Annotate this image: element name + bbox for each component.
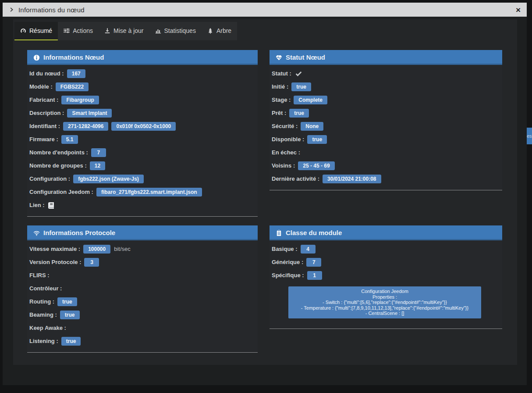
- value-badge: fibaro_271/fgbs222.smart.implant.json: [96, 188, 202, 196]
- field-row: En échec :: [272, 146, 498, 159]
- value-badge: 271-1282-4096: [63, 122, 108, 131]
- config-line: Properties :: [289, 294, 480, 300]
- value-badge: 25 - 45 - 69: [298, 161, 334, 170]
- field-row: Version Protocole :3: [29, 256, 253, 269]
- field-row: Générique :7: [272, 256, 498, 269]
- value-badge: 0x010f 0x0502-0x1000: [111, 122, 176, 131]
- value-badge: Smart Implant: [67, 109, 112, 118]
- unit-label: bit/sec: [114, 243, 131, 256]
- field-row: Initié :true: [272, 80, 498, 93]
- panel-node-status: Statut Nœud Statut :Initié :trueStage :C…: [270, 50, 502, 190]
- field-label: Configuration Jeedom :: [29, 186, 93, 199]
- value-badge: 100000: [83, 245, 110, 254]
- value-badge: 12: [90, 161, 105, 170]
- field-row: Spécifique :1: [272, 269, 498, 282]
- config-line: - Switch : {"multi":[5,6],"replace":{"#e…: [289, 300, 480, 305]
- field-label: Listening :: [29, 335, 58, 348]
- download-icon: [104, 28, 113, 34]
- field-label: Nombre de groupes :: [29, 159, 87, 172]
- tab-mise-a-jour[interactable]: Mise à jour: [99, 22, 149, 40]
- field-label: Routing :: [29, 295, 54, 308]
- field-row: Lien :: [29, 199, 253, 212]
- node-info-modal: Informations du nœud × RésuméActionsMise…: [3, 3, 527, 385]
- field-row: Nombre d'endpoints :7: [29, 146, 253, 159]
- field-label: Lien :: [29, 199, 45, 212]
- field-label: Fabricant :: [29, 93, 58, 107]
- field-row: Voisins :25 - 45 - 69: [272, 159, 498, 172]
- field-row: Description :Smart Implant: [29, 107, 253, 120]
- config-line: - CentralScene : []: [289, 311, 480, 316]
- field-row: Keep Awake :: [29, 322, 253, 335]
- field-row: Contrôleur :: [29, 282, 253, 295]
- field-row: Beaming :true: [29, 308, 253, 322]
- field-label: Configuration :: [29, 172, 70, 186]
- value-badge: true: [61, 337, 81, 346]
- field-row: Nombre de groupes :12: [29, 159, 253, 172]
- value-badge: 5.1: [61, 135, 78, 144]
- tab-label: Résumé: [29, 27, 52, 34]
- panel-title: Statut Nœud: [286, 50, 325, 65]
- field-label: Contrôleur :: [29, 282, 62, 295]
- panel-node-info-body: Id du nœud :167Modèle :FGBS222Fabricant …: [27, 65, 258, 217]
- panel-protocol-header: Informations Protocole: [27, 225, 258, 240]
- tab-label: Actions: [73, 27, 93, 34]
- config-line: - Temperature : {"multi":[7,8,9,10,11,12…: [289, 305, 480, 311]
- value-badge: fgbs222.json (Zwave-Js): [73, 175, 144, 183]
- field-label: Id du nœud :: [29, 67, 64, 80]
- field-label: Nombre d'endpoints :: [29, 146, 88, 159]
- jeedom-config-box: Configuration JeedomProperties :- Switch…: [288, 286, 481, 318]
- modal-content: RésuméActionsMise à jourStatistiquesArbr…: [13, 19, 517, 365]
- field-label: En échec :: [272, 146, 300, 159]
- sliders-icon: [64, 28, 73, 34]
- config-line: Configuration Jeedom: [289, 289, 480, 294]
- tree-icon: [207, 28, 216, 34]
- tab-resume[interactable]: Résumé: [14, 22, 58, 40]
- field-row: Listening :true: [29, 335, 253, 348]
- field-label: Initié :: [272, 80, 288, 93]
- field-label: FLIRS :: [29, 269, 50, 282]
- field-row: Statut :: [272, 67, 498, 80]
- value-badge: 30/01/2024 21:00:08: [323, 175, 381, 183]
- field-label: Dernière activité :: [272, 172, 319, 186]
- field-row: Configuration Jeedom :fibaro_271/fgbs222…: [29, 186, 253, 199]
- tab-bar: RésuméActionsMise à jourStatistiquesArbr…: [14, 22, 237, 40]
- value-badge: true: [291, 82, 311, 91]
- panel-protocol-body: Vitesse maximale :100000bit/secVersion P…: [27, 240, 258, 353]
- field-label: Stage :: [272, 93, 291, 107]
- value-badge: FGBS222: [56, 82, 89, 91]
- field-label: Version Protocole :: [29, 256, 81, 269]
- field-row: Firmware :5.1: [29, 133, 253, 146]
- value-badge: true: [289, 109, 309, 118]
- field-row: Sécurité :None: [272, 120, 498, 133]
- panel-title: Classe du module: [286, 225, 342, 240]
- check-icon: [295, 70, 302, 78]
- field-row: Disponible :true: [272, 133, 498, 146]
- field-label: Modèle :: [29, 80, 53, 93]
- value-badge: 167: [67, 69, 85, 78]
- field-row: FLIRS :: [29, 269, 253, 282]
- field-label: Disponible :: [272, 133, 304, 146]
- value-badge: 1: [307, 271, 322, 280]
- field-row: Routing :true: [29, 295, 253, 308]
- field-label: Basique :: [272, 243, 298, 256]
- info-circle-icon: [33, 54, 40, 61]
- value-badge: Fibargroup: [61, 96, 99, 104]
- chevron-right-icon: [9, 7, 14, 12]
- value-badge: None: [301, 122, 323, 131]
- field-row: Id du nœud :167: [29, 67, 253, 80]
- field-label: Générique :: [272, 256, 303, 269]
- value-badge: 3: [84, 258, 99, 267]
- field-row: Dernière activité :30/01/2024 21:00:08: [272, 172, 498, 186]
- tab-arbre[interactable]: Arbre: [202, 22, 237, 40]
- book-icon[interactable]: [48, 202, 54, 209]
- clipboard-icon: [276, 230, 282, 236]
- value-badge: true: [60, 311, 80, 319]
- modal-titlebar: Informations du nœud ×: [3, 3, 527, 17]
- tab-actions[interactable]: Actions: [58, 22, 99, 40]
- field-label: Firmware :: [29, 133, 58, 146]
- tab-statistiques[interactable]: Statistiques: [149, 22, 202, 40]
- field-row: Stage :Complete: [272, 93, 498, 107]
- close-icon[interactable]: ×: [516, 6, 521, 14]
- tab-label: Statistiques: [164, 27, 196, 34]
- side-panel-tab[interactable]: es: [527, 128, 532, 144]
